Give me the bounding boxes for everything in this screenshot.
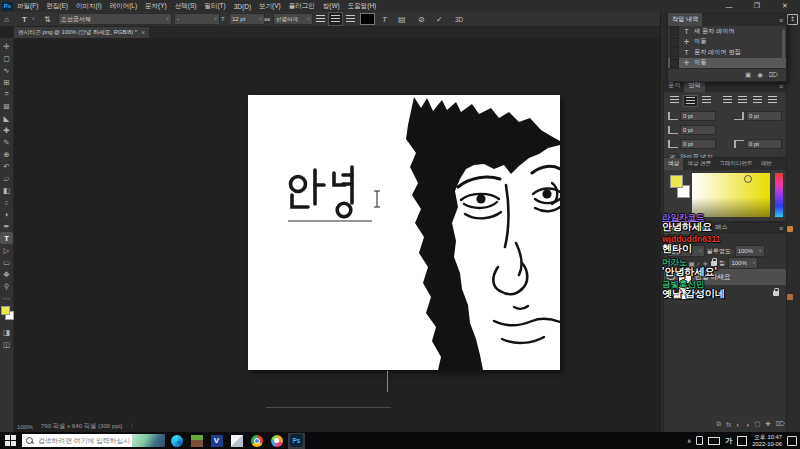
panel-menu-icon[interactable]: ≡ [779,17,783,24]
layer-filter-row[interactable]: ▦ ◉ T ⊡ ✦ [664,234,786,245]
justify-all-button[interactable] [766,95,779,105]
taskbar-edge[interactable] [168,433,185,449]
fill-select[interactable]: 100% ˅ [728,257,758,269]
layer-name[interactable]: 배경 [695,288,709,298]
rectangle-tool[interactable]: ▭ [0,256,13,268]
first-line-indent-value[interactable]: 0 pt [680,125,716,135]
tray-device-icon[interactable] [696,436,703,445]
taskbar-clock[interactable]: 오후 10:47 2022-10-06 [752,434,782,447]
tab-patterns[interactable]: 패턴 [757,158,776,170]
justify-last-right-button[interactable] [751,95,764,105]
toggle-panels-icon[interactable]: ▤ [398,15,406,24]
taskbar-gray-app[interactable] [228,433,245,449]
text-orientation-icon[interactable]: ⇅ [44,15,51,24]
tab-channels[interactable]: 채널 [691,221,711,234]
history-panel-tab[interactable]: 작업 내역 [668,13,702,26]
blend-mode-select[interactable]: 표준 ˅ [667,245,705,257]
dodge-tool[interactable]: ◖ [0,208,13,220]
history-source-well[interactable] [670,47,679,57]
tab-gradients[interactable]: 그레이디언트 [715,158,757,170]
warp-text-icon[interactable]: T [382,15,387,24]
space-after-field[interactable]: 0 pt [734,139,782,149]
taskbar-photoshop-active[interactable]: Ps [288,433,305,449]
menu-item-file[interactable]: 파일(F) [13,2,42,11]
object-selection-tool[interactable]: ⊞ [0,76,13,88]
font-family-select[interactable]: 조선궁서체 ˅ [58,13,172,25]
tab-close-icon[interactable]: × [141,29,145,36]
delete-layer-icon[interactable]: ⌦ [776,420,785,428]
crop-tool[interactable]: ⌗ [0,88,13,100]
space-after-value[interactable]: 0 pt [746,139,782,149]
menu-item-edit[interactable]: 편집(E) [42,2,72,11]
move-tool[interactable]: ✛ [0,40,13,52]
frame-tool[interactable]: ⊠ [0,100,13,112]
start-button[interactable] [5,435,16,446]
collapsed-panel-icon[interactable] [787,294,793,300]
right-indent-value[interactable]: 0 pt [746,111,782,121]
first-line-indent-field[interactable]: 0 pt [668,125,716,135]
para-align-right-button[interactable] [700,95,713,105]
pen-tool[interactable]: ✒ [0,220,13,232]
para-align-left-button[interactable] [668,95,681,105]
blur-tool[interactable]: ○ [0,196,13,208]
marquee-tool[interactable]: ◻ [0,52,13,64]
font-style-select[interactable]: - ˅ [174,13,220,25]
zoom-level[interactable]: 100% [17,423,33,430]
healing-brush-tool[interactable]: ✚ [0,124,13,136]
restore-button[interactable]: ❐ [750,2,764,10]
align-left-button[interactable] [314,13,327,25]
type-tool-icon[interactable]: T [22,15,27,24]
tab-swatches[interactable]: 색상 견본 [683,158,715,170]
history-source-well[interactable] [670,26,679,36]
search-input[interactable] [36,436,132,445]
taskbar-v-app[interactable]: V [208,433,225,449]
type-tool[interactable]: T [0,232,13,244]
lasso-tool[interactable]: ∿ [0,64,13,76]
justify-last-left-button[interactable] [721,95,734,105]
taskbar-whale[interactable] [268,433,285,449]
align-right-button[interactable] [344,13,357,25]
menu-item-select[interactable]: 선택(S) [171,2,201,11]
tool-dropdown-icon[interactable]: ˅ [32,16,35,22]
space-before-value[interactable]: 0 pt [680,139,716,149]
visibility-eye-icon[interactable] [667,274,675,280]
screen-mode-button[interactable]: ◫ [0,338,13,350]
minimize-button[interactable]: — [722,3,736,10]
brush-tool[interactable]: ✎ [0,136,13,148]
left-indent-field[interactable]: 0 pt [668,111,716,121]
right-indent-field[interactable]: 0 pt [734,111,782,121]
panel-menu-icon[interactable]: ≡ [779,225,783,232]
layer-filter-icons[interactable]: ▦ ◉ T ⊡ ✦ [667,236,707,243]
background-layer-thumbnail[interactable] [678,286,692,300]
layer-name[interactable]: 안녕 하세요 [695,272,731,282]
space-before-field[interactable]: 0 pt [668,139,716,149]
menu-item-3d[interactable]: 3D(D) [230,3,255,10]
history-brush-tool[interactable]: ↶ [0,160,13,172]
tab-color[interactable]: 색상 [664,158,683,170]
history-step[interactable]: T 새 문자 레이어 [668,26,786,37]
document-tab[interactable]: 펜시타곤.png @ 100% (안녕 하세요, RGB/8) * × [14,26,149,38]
action-center-icon[interactable] [787,436,797,446]
foreground-color-swatch[interactable] [1,306,10,315]
menu-item-plugins[interactable]: 플러그인 [285,2,319,11]
color-swatches[interactable] [1,306,13,322]
taskbar-minecraft[interactable] [188,433,205,449]
share-image-icon[interactable]: ↥ [787,14,798,25]
link-layers-icon[interactable]: ⧉ [717,420,722,428]
scrollbar[interactable] [782,29,785,67]
zoom-tool[interactable]: ⚲ [0,280,13,292]
left-indent-value[interactable]: 0 pt [680,111,716,121]
home-icon[interactable]: ⌂ [4,15,9,24]
search-highlight-image[interactable] [132,434,165,447]
3d-label[interactable]: 3D [455,16,463,23]
path-selection-tool[interactable]: ▷ [0,244,13,256]
text-layer-thumbnail[interactable]: T [678,270,692,284]
new-document-from-state-icon[interactable]: ▣ [745,71,751,79]
history-step-selected[interactable]: ✛ 이동 [668,58,786,69]
tray-keyboard-icon[interactable] [708,437,720,445]
justify-last-center-button[interactable] [736,95,749,105]
menu-item-image[interactable]: 이미지(I) [72,2,106,11]
foreground-color-swatch[interactable] [670,175,683,188]
layer-row-selected[interactable]: T 안녕 하세요 [664,269,786,285]
panel-menu-icon[interactable]: ≡ [779,83,783,90]
